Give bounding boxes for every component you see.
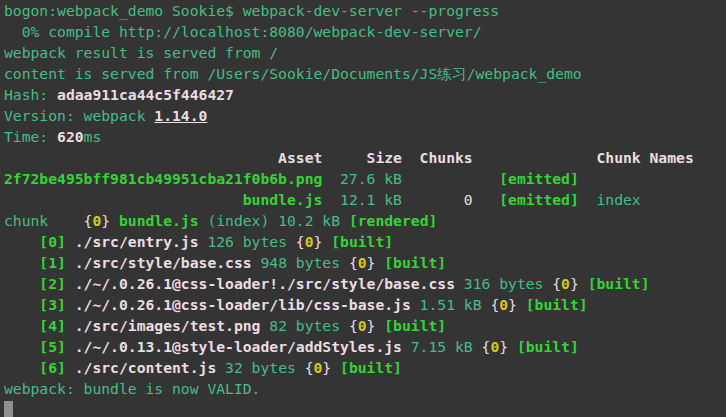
terminal-text-segment: } <box>101 212 110 229</box>
terminal-text-segment: [rendered] <box>349 212 437 229</box>
terminal-text-segment: { <box>552 275 561 292</box>
terminal-text-segment: 7.15 kB <box>402 338 482 355</box>
terminal-text-segment: content is served from /Users/Sookie/Doc… <box>4 65 582 82</box>
terminal-text-segment: ./~/.0.26.1@css-loader!./src/style/base.… <box>75 275 455 292</box>
terminal-text-segment: 12.1 kB <box>322 191 463 208</box>
terminal-line-asset-row-bundle: bundle.js 12.1 kB 0 [emitted] index <box>4 189 726 210</box>
terminal-text-segment: adaa911ca44c5f446427 <box>57 86 234 103</box>
terminal-text-segment: ms <box>84 128 102 145</box>
terminal-text-segment: [built] <box>340 359 402 376</box>
terminal-line-module-row-1: [1] ./src/style/base.css 948 bytes {0} [… <box>4 252 726 273</box>
terminal-text-segment <box>66 275 75 292</box>
terminal-text-segment: } <box>322 359 331 376</box>
terminal-text-segment: [1] <box>4 254 66 271</box>
terminal-text-segment <box>331 359 340 376</box>
terminal-text-segment <box>322 233 331 250</box>
terminal-text-segment <box>4 191 243 208</box>
terminal-line-time-line: Time: 620ms <box>4 126 726 147</box>
terminal-text-segment: { <box>490 296 499 313</box>
terminal-text-segment: ./src/entry.js <box>75 233 199 250</box>
terminal-text-segment: [built] <box>526 296 588 313</box>
terminal-output: bogon:webpack_demo Sookie$ webpack-dev-s… <box>4 0 726 417</box>
terminal-text-segment: 1.51 kB <box>411 296 491 313</box>
terminal-text-segment: [0] <box>4 233 66 250</box>
terminal-text-segment: 620 <box>57 128 84 145</box>
terminal-text-segment: [built] <box>384 254 446 271</box>
terminal-text-segment: [emitted] <box>499 170 579 187</box>
terminal-text-segment: ./~/.0.26.1@css-loader/lib/css-base.js <box>75 296 411 313</box>
terminal-text-segment: 0 <box>305 233 314 250</box>
terminal-text-segment <box>375 254 384 271</box>
terminal-line-module-row-4: [4] ./src/images/test.png 82 bytes {0} [… <box>4 315 726 336</box>
terminal-line-asset-table-header: Asset Size Chunks Chunk Names <box>4 147 726 168</box>
terminal-text-segment: ./src/style/base.css <box>75 254 252 271</box>
terminal-text-segment: webpack: bundle is now VALID. <box>4 380 260 397</box>
terminal-text-segment: Hash: <box>4 86 57 103</box>
terminal-text-segment: 0 <box>358 317 367 334</box>
terminal-text-segment: [built] <box>331 233 393 250</box>
terminal-text-segment <box>66 254 75 271</box>
terminal-text-segment: bundle.js <box>119 212 199 229</box>
terminal-text-segment <box>473 191 500 208</box>
terminal-text-segment: chunk <box>4 212 84 229</box>
terminal-text-segment: bundle.js <box>243 191 323 208</box>
terminal-text-segment: bogon:webpack_demo Sookie$ webpack-dev-s… <box>4 2 499 19</box>
terminal-text-segment: 82 bytes <box>260 317 348 334</box>
terminal-text-segment <box>375 317 384 334</box>
terminal-text-segment: { <box>305 359 314 376</box>
terminal-text-segment: 1.14.0 <box>154 107 207 124</box>
terminal-text-segment: Asset Size Chunks Chunk Names <box>4 149 694 166</box>
terminal-text-segment: ./src/images/test.png <box>75 317 261 334</box>
terminal-line-module-row-5: [5] ./~/.0.13.1@style-loader/addStyles.j… <box>4 336 726 357</box>
terminal-text-segment: Version: webpack <box>4 107 154 124</box>
terminal-text-segment <box>66 359 75 376</box>
terminal-text-segment: 0% compile http://localhost:8080/webpack… <box>4 23 482 40</box>
terminal-line-asset-row-png: 2f72be495bff981cb49951cba21f0b6b.png 27.… <box>4 168 726 189</box>
terminal-text-segment: { <box>349 254 358 271</box>
terminal-line-module-row-6: [6] ./src/content.js 32 bytes {0} [built… <box>4 357 726 378</box>
terminal-text-segment: 32 bytes <box>216 359 304 376</box>
terminal-text-segment: [built] <box>384 317 446 334</box>
terminal-line-module-row-2: [2] ./~/.0.26.1@css-loader!./src/style/b… <box>4 273 726 294</box>
terminal-text-segment: webpack result is served from / <box>4 44 278 61</box>
terminal-text-segment: 0 <box>490 338 499 355</box>
terminal-text-segment <box>66 317 75 334</box>
terminal-text-segment: [3] <box>4 296 66 313</box>
terminal-text-segment: index <box>597 191 641 208</box>
terminal-text-segment <box>66 296 75 313</box>
terminal-text-segment: 316 bytes <box>455 275 552 292</box>
terminal-text-segment: } <box>508 296 517 313</box>
terminal-text-segment: Time: <box>4 128 57 145</box>
terminal-line-cursor-line <box>4 399 726 417</box>
terminal-text-segment: ./~/.0.13.1@style-loader/addStyles.js <box>75 338 402 355</box>
terminal-text-segment: 0 <box>92 212 101 229</box>
terminal-text-segment: ./src/content.js <box>75 359 216 376</box>
terminal-line-progress-line: 0% compile http://localhost:8080/webpack… <box>4 21 726 42</box>
terminal-line-module-row-3: [3] ./~/.0.26.1@css-loader/lib/css-base.… <box>4 294 726 315</box>
terminal-text-segment: 27.6 kB <box>322 170 499 187</box>
terminal-text-segment: [5] <box>4 338 66 355</box>
terminal-text-segment: [2] <box>4 275 66 292</box>
terminal-text-segment: [6] <box>4 359 66 376</box>
terminal-text-segment <box>66 233 75 250</box>
terminal-text-segment: 0 <box>464 191 473 208</box>
terminal-text-segment: [built] <box>517 338 579 355</box>
terminal-line-version-line: Version: webpack 1.14.0 <box>4 105 726 126</box>
terminal-text-segment <box>579 275 588 292</box>
terminal-text-segment: (index) 10.2 kB <box>199 212 349 229</box>
terminal-text-segment <box>517 296 526 313</box>
terminal-line-hash-line: Hash: adaa911ca44c5f446427 <box>4 84 726 105</box>
terminal-cursor <box>4 401 13 417</box>
terminal-text-segment <box>110 212 119 229</box>
terminal-text-segment: [4] <box>4 317 66 334</box>
terminal-screen[interactable]: bogon:webpack_demo Sookie$ webpack-dev-s… <box>0 0 726 417</box>
terminal-text-segment: 126 bytes <box>199 233 296 250</box>
terminal-text-segment <box>66 338 75 355</box>
terminal-text-segment: 0 <box>499 296 508 313</box>
terminal-text-segment <box>508 338 517 355</box>
terminal-line-prompt-command: bogon:webpack_demo Sookie$ webpack-dev-s… <box>4 0 726 21</box>
terminal-text-segment: 0 <box>561 275 570 292</box>
terminal-line-bundle-valid-status: webpack: bundle is now VALID. <box>4 378 726 399</box>
terminal-line-module-row-0: [0] ./src/entry.js 126 bytes {0} [built] <box>4 231 726 252</box>
terminal-line-served-from-root: webpack result is served from / <box>4 42 726 63</box>
